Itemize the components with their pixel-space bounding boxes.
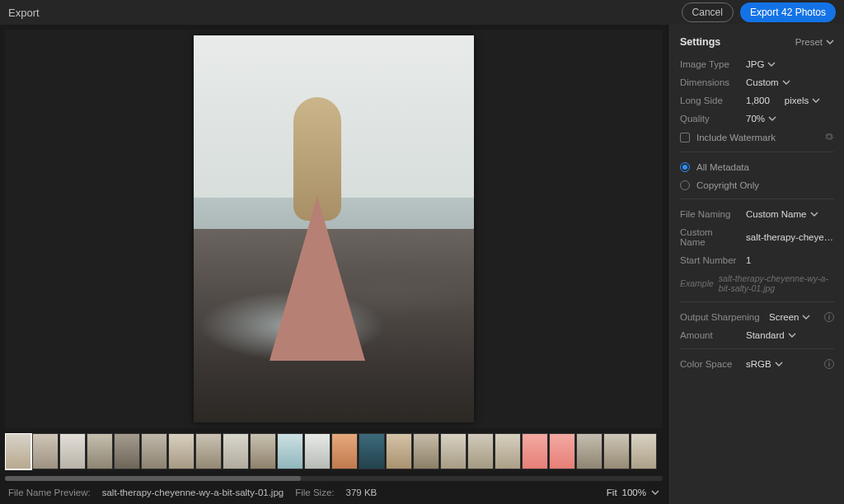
thumbnail-scrollbar[interactable] — [5, 476, 663, 481]
example-label: Example — [680, 278, 714, 288]
chevron-down-icon — [802, 313, 810, 321]
window-title: Export — [8, 7, 40, 19]
long-side-label: Long Side — [680, 96, 739, 105]
metadata-all-label: All Metadata — [696, 162, 749, 172]
scrollbar-handle[interactable] — [5, 476, 301, 481]
thumbnail[interactable] — [331, 433, 358, 469]
file-naming-select[interactable]: Custom Name — [746, 209, 818, 219]
filename-preview-label: File Name Preview: — [8, 488, 91, 497]
quality-label: Quality — [680, 114, 739, 124]
watermark-label: Include Watermark — [696, 133, 776, 142]
thumbnail[interactable] — [223, 433, 249, 469]
chevron-down-icon — [782, 78, 790, 86]
thumbnail[interactable] — [386, 433, 412, 469]
gear-icon[interactable] — [824, 132, 834, 143]
metadata-all-radio[interactable] — [680, 162, 690, 172]
start-number-label: Start Number — [680, 255, 739, 265]
watermark-checkbox[interactable] — [680, 133, 690, 142]
quality-select[interactable]: 70% — [746, 114, 776, 124]
settings-panel: Settings Preset Image Type JPG Dimension… — [668, 25, 844, 504]
chevron-down-icon — [767, 60, 776, 68]
preset-select[interactable]: Preset — [795, 37, 834, 47]
thumbnail[interactable] — [576, 433, 603, 469]
dimensions-label: Dimensions — [680, 77, 739, 87]
example-value: salt-therapy-cheyenne-wy-a-bit-salty-01.… — [719, 273, 834, 293]
chevron-down-icon — [810, 210, 818, 218]
long-side-unit-select[interactable]: pixels — [785, 96, 820, 105]
chevron-down-icon — [775, 360, 783, 368]
long-side-value[interactable]: 1,800 — [746, 96, 770, 105]
footer: File Name Preview: salt-therapy-cheyenne… — [0, 481, 668, 504]
chevron-down-icon — [826, 38, 834, 46]
thumbnail[interactable] — [277, 433, 303, 469]
metadata-copyright-label: Copyright Only — [696, 180, 759, 190]
output-sharpening-select[interactable]: Screen — [769, 312, 810, 322]
color-space-label: Color Space — [680, 359, 739, 369]
thumbnail[interactable] — [359, 433, 385, 469]
export-button[interactable]: Export 42 Photos — [740, 2, 836, 22]
custom-name-value[interactable]: salt-therapy-cheyenne-wy-a-b — [746, 232, 834, 242]
titlebar: Export Cancel Export 42 Photos — [0, 0, 844, 25]
thumbnail[interactable] — [440, 433, 467, 469]
thumbnail[interactable] — [114, 433, 140, 469]
chevron-down-icon — [788, 331, 796, 339]
start-number-value[interactable]: 1 — [746, 255, 751, 265]
filename-preview-value: salt-therapy-cheyenne-wy-a-bit-salty-01.… — [102, 488, 284, 497]
chevron-down-icon — [651, 488, 659, 497]
thumbnail[interactable] — [631, 433, 657, 469]
thumbnail[interactable] — [467, 433, 494, 469]
thumbnail[interactable] — [522, 433, 548, 469]
dimensions-select[interactable]: Custom — [746, 77, 790, 87]
filesize-value: 379 KB — [346, 488, 377, 497]
thumbnail[interactable] — [413, 433, 439, 469]
thumbnail[interactable] — [495, 433, 521, 469]
preview-stage — [5, 30, 663, 428]
thumbnail[interactable] — [603, 433, 630, 469]
image-type-select[interactable]: JPG — [746, 59, 776, 69]
fit-label: Fit — [607, 488, 617, 497]
image-type-label: Image Type — [680, 59, 739, 69]
thumbnail[interactable] — [5, 433, 31, 469]
metadata-copyright-radio[interactable] — [680, 180, 690, 190]
thumbnail[interactable] — [168, 433, 195, 469]
thumbnail[interactable] — [32, 433, 59, 469]
chevron-down-icon — [812, 96, 820, 105]
thumbnail[interactable] — [87, 433, 113, 469]
settings-heading: Settings — [680, 36, 720, 48]
thumbnail[interactable] — [304, 433, 331, 469]
file-naming-label: File Naming — [680, 209, 739, 219]
preset-label: Preset — [795, 37, 823, 47]
custom-name-label: Custom Name — [680, 227, 739, 247]
titlebar-actions: Cancel Export 42 Photos — [682, 2, 836, 22]
amount-select[interactable]: Standard — [746, 330, 796, 340]
info-icon[interactable]: i — [824, 359, 834, 369]
cancel-button[interactable]: Cancel — [682, 2, 734, 22]
thumbnail[interactable] — [549, 433, 575, 469]
preview-image[interactable] — [194, 35, 474, 422]
fit-value: 100% — [622, 488, 646, 497]
thumbnail[interactable] — [195, 433, 222, 469]
zoom-fit-select[interactable]: Fit 100% — [607, 488, 659, 497]
thumbnail[interactable] — [59, 433, 86, 469]
thumbnail-strip — [5, 433, 663, 473]
amount-label: Amount — [680, 330, 739, 340]
chevron-down-icon — [768, 114, 776, 123]
color-space-select[interactable]: sRGB — [746, 359, 783, 369]
info-icon[interactable]: i — [824, 312, 834, 322]
thumbnail[interactable] — [141, 433, 167, 469]
output-sharpening-label: Output Sharpening — [680, 312, 762, 322]
thumbnail[interactable] — [250, 433, 276, 469]
filesize-label: File Size: — [295, 488, 334, 497]
